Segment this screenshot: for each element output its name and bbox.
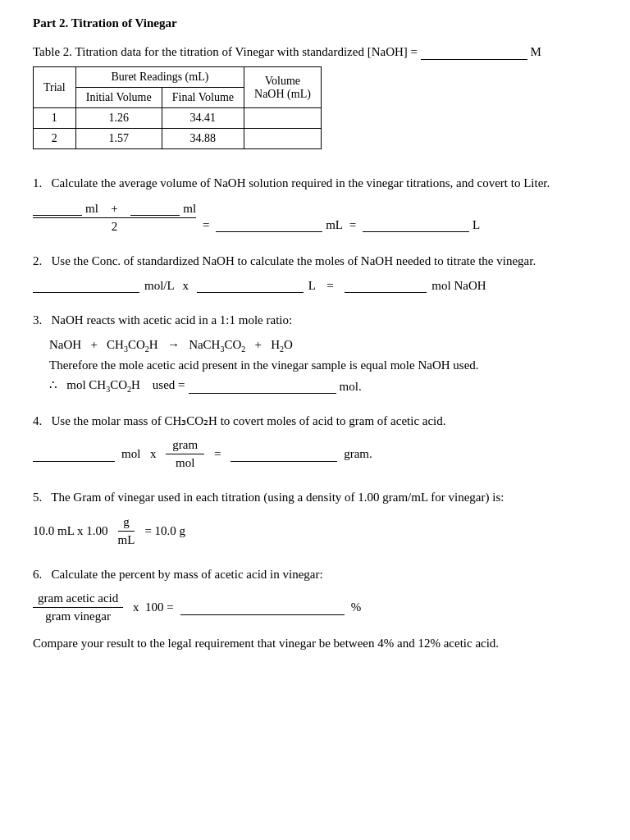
q5-mL-denominator: mL bbox=[113, 532, 140, 547]
table-row: 1 1.26 34.41 bbox=[34, 108, 322, 129]
trial-1: 1 bbox=[34, 108, 76, 129]
q3-text: NaOH reacts with acetic acid in a 1:1 mo… bbox=[52, 313, 293, 326]
q1-ml-blank-2[interactable] bbox=[130, 201, 180, 216]
q1-ml-result[interactable] bbox=[216, 217, 322, 232]
q3-reaction: NaOH + CH3CO2H → NaCH3CO2 + H2O bbox=[49, 338, 597, 354]
q1-text: Calculate the average volume of NaOH sol… bbox=[52, 176, 550, 189]
q5-number: 5. bbox=[33, 491, 42, 504]
question-2: 2. Use the Conc. of standardized NaOH to… bbox=[33, 252, 597, 294]
question-3: 3. NaOH reacts with acetic acid in a 1:1… bbox=[33, 311, 597, 394]
q3-mol-blank[interactable] bbox=[189, 379, 336, 394]
question-1: 1. Calculate the average volume of NaOH … bbox=[33, 174, 597, 234]
final-vol-2: 34.88 bbox=[162, 129, 244, 149]
q2-L[interactable] bbox=[197, 278, 304, 293]
q6-number: 6. bbox=[33, 568, 42, 581]
q6-gram-vinegar: gram vinegar bbox=[40, 608, 116, 623]
q2-text: Use the Conc. of standardized NaOH to ca… bbox=[52, 254, 536, 267]
trial-header: Trial bbox=[34, 67, 76, 108]
table-row: 2 1.57 34.88 bbox=[34, 129, 322, 149]
part-title: Part 2. Titration of Vinegar bbox=[33, 16, 597, 30]
q4-mol-denominator: mol bbox=[169, 454, 201, 470]
q1-number: 1. bbox=[33, 176, 42, 189]
q4-mol[interactable] bbox=[33, 447, 115, 462]
question-6: 6. Calculate the percent by mass of acet… bbox=[33, 565, 597, 651]
q4-gram-numerator: gram bbox=[166, 438, 204, 454]
volume-naoh-header: Volume NaOH (mL) bbox=[244, 67, 322, 108]
table-caption: Table 2. Titration data for the titratio… bbox=[33, 45, 597, 60]
table-header-row: Trial Buret Readings (mL) Volume NaOH (m… bbox=[34, 67, 322, 88]
q1-ml-blank-1[interactable] bbox=[33, 201, 82, 216]
naoh-concentration-blank[interactable] bbox=[421, 45, 527, 60]
q1-L-result[interactable] bbox=[363, 217, 469, 232]
volume-diff-2 bbox=[244, 129, 322, 149]
q6-gram-acetic-acid: gram acetic acid bbox=[33, 591, 123, 608]
initial-volume-header: Initial Volume bbox=[75, 88, 162, 108]
q6-text: Calculate the percent by mass of acetic … bbox=[52, 568, 323, 581]
q3-number: 3. bbox=[33, 313, 42, 326]
q5-text: The Gram of vinegar used in each titrati… bbox=[51, 491, 504, 504]
q3-therefore-text: Therefore the mole acetic acid present i… bbox=[49, 358, 597, 372]
trial-2: 2 bbox=[34, 129, 76, 149]
buret-readings-header: Buret Readings (mL) bbox=[75, 67, 244, 88]
q6-percent-blank[interactable] bbox=[180, 600, 345, 615]
titration-table: Trial Buret Readings (mL) Volume NaOH (m… bbox=[33, 66, 322, 149]
q2-number: 2. bbox=[33, 254, 42, 267]
q2-mol-NaOH[interactable] bbox=[345, 278, 427, 293]
initial-vol-1: 1.26 bbox=[75, 108, 162, 129]
q4-number: 4. bbox=[33, 414, 42, 427]
q4-gram-result[interactable] bbox=[231, 447, 337, 462]
q5-g-numerator: g bbox=[118, 515, 135, 532]
final-volume-header: Final Volume bbox=[162, 88, 244, 108]
volume-diff-1 bbox=[244, 108, 322, 129]
question-4: 4. Use the molar mass of CH₃CO₂H to cove… bbox=[33, 412, 597, 471]
q3-mol-used: ∴ mol CH3CO2H used = mol. bbox=[49, 377, 597, 394]
q2-mol-per-L[interactable] bbox=[33, 278, 139, 293]
q4-text: Use the molar mass of CH₃CO₂H to covert … bbox=[52, 414, 446, 427]
initial-vol-2: 1.57 bbox=[75, 129, 162, 149]
question-5: 5. The Gram of vinegar used in each titr… bbox=[33, 488, 597, 547]
q1-denominator: 2 bbox=[112, 218, 118, 234]
final-vol-1: 34.41 bbox=[162, 108, 244, 129]
compare-text: Compare your result to the legal require… bbox=[33, 637, 597, 651]
